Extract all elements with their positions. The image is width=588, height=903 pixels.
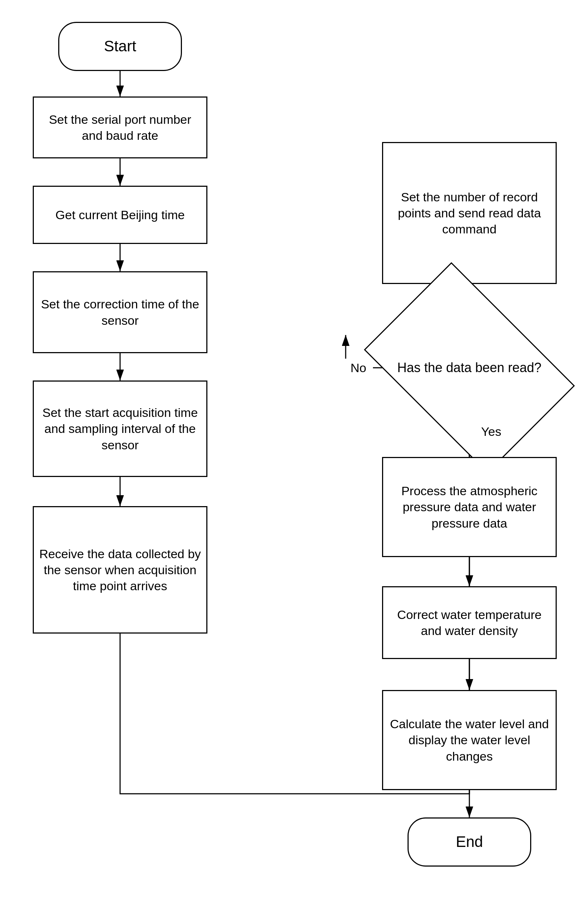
start-node: Start (58, 22, 182, 71)
process-pressure-node: Process the atmospheric pressure data an… (382, 457, 557, 557)
correction-time-node: Set the correction time of the sensor (33, 271, 207, 353)
receive-data-node: Receive the data collected by the sensor… (33, 506, 207, 634)
serial-port-node: Set the serial port number and baud rate (33, 96, 207, 158)
calculate-level-node: Calculate the water level and display th… (382, 690, 557, 790)
no-label: No (344, 359, 373, 377)
end-node: End (408, 817, 531, 867)
correct-water-node: Correct water temperature and water dens… (382, 586, 557, 659)
record-points-node: Set the number of record points and send… (382, 142, 557, 284)
flowchart: Start Set the serial port number and bau… (0, 0, 588, 903)
beijing-time-node: Get current Beijing time (33, 186, 207, 244)
acquisition-time-node: Set the start acquisition time and sampl… (33, 381, 207, 477)
yes-label: Yes (477, 422, 506, 440)
data-read-diamond: Has the data been read? (364, 262, 575, 474)
data-read-label: Has the data been read? (383, 307, 556, 429)
